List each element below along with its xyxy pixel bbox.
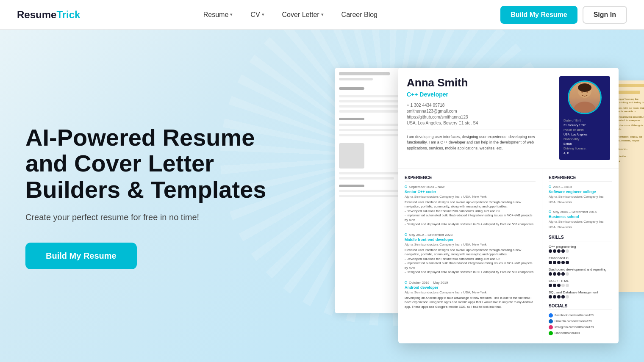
resume-edu-location: USA, New-York bbox=[549, 225, 612, 229]
resume-edu-company: Alpha Semiconductors Company Inc. bbox=[549, 195, 612, 199]
nav-item-cover-letter[interactable]: Cover Letter ▾ bbox=[275, 8, 330, 22]
resume-email: smithanna123@gmail.com bbox=[407, 109, 552, 113]
resume-exp-company: Alpha Semiconductors Company Inc. / USA,… bbox=[405, 290, 536, 294]
resume-social-item: Facebook.com/smithanna123 bbox=[549, 313, 612, 318]
social-label: Facebook.com/smithanna123 bbox=[555, 314, 594, 317]
resume-social-item: Instagram.com/smithanna123 bbox=[549, 325, 612, 329]
skill-dot-filled bbox=[553, 284, 556, 287]
nav-label-cover-letter: Cover Letter bbox=[282, 11, 319, 19]
skill-dot-filled bbox=[561, 249, 565, 253]
resume-exp-role: Middle front-end developer bbox=[405, 238, 536, 242]
resume-socials-title: Socials bbox=[549, 304, 612, 310]
skill-dot-filled bbox=[553, 295, 556, 298]
skill-dot-filled bbox=[561, 261, 565, 264]
edu-date-dot bbox=[549, 185, 551, 188]
skill-dots bbox=[549, 261, 612, 264]
chevron-down-icon: ▾ bbox=[321, 12, 324, 17]
resume-exp-role: Senior C++ coder bbox=[405, 190, 536, 194]
resume-exp-company: Alpha Semiconductors Company Inc. / USA,… bbox=[405, 243, 536, 246]
skill-dot-filled bbox=[553, 272, 556, 276]
skill-dot-filled bbox=[553, 261, 556, 264]
skill-dot-filled bbox=[557, 295, 561, 298]
resume-exp-date: May 2019 – September 2023 bbox=[405, 233, 536, 237]
skill-dot-empty bbox=[566, 249, 569, 253]
resume-experience-list: September 2023 – Now Senior C++ coder Al… bbox=[405, 185, 536, 309]
resume-nationality-value: British bbox=[564, 142, 572, 145]
resume-exp-role: Android developer bbox=[405, 285, 536, 290]
hero-build-button[interactable]: Build My Resume bbox=[25, 243, 137, 269]
exp-date-dot bbox=[405, 233, 407, 236]
skill-name: SQL and Database Management bbox=[549, 290, 612, 294]
logo-resume: Resume bbox=[17, 9, 56, 21]
nav-actions: Build My Resume Sign In bbox=[500, 6, 627, 24]
resume-phone: + 1 302 4434 09718 bbox=[407, 103, 552, 108]
skill-name: Dashboard development and reporting bbox=[549, 268, 612, 271]
skill-dot-empty bbox=[566, 272, 569, 276]
resume-body: Experience September 2023 – Now Senior C… bbox=[398, 169, 619, 343]
resume-skill-item: SQL and Database Management bbox=[549, 290, 612, 298]
exp-date-dot bbox=[405, 185, 407, 188]
skill-name: CSS + HTML bbox=[549, 279, 612, 283]
resume-skills-list: C++ programming Embedded C Dashboard dev… bbox=[549, 245, 612, 298]
nav-label-cv: CV bbox=[250, 11, 260, 19]
skill-dot-filled bbox=[557, 284, 561, 287]
resume-body-left: Experience September 2023 – Now Senior C… bbox=[398, 169, 542, 343]
resume-experience-title: Experience bbox=[405, 175, 536, 182]
social-label: Line/smithanna103 bbox=[555, 332, 580, 334]
resume-social-item: LinkedIn.com/smithanna123 bbox=[549, 319, 612, 323]
skill-dot-filled bbox=[557, 272, 561, 276]
skill-dot-filled bbox=[549, 249, 552, 253]
nav-item-resume[interactable]: Resume ▾ bbox=[197, 8, 240, 22]
skill-dot-empty bbox=[566, 284, 569, 287]
svg-point-1 bbox=[574, 102, 596, 112]
resume-card-main: Anna Smith C++ Developer + 1 302 4434 09… bbox=[398, 68, 619, 343]
hero-title: AI-Powered Resume and Cover Letter Build… bbox=[25, 124, 297, 203]
resume-nationality-label: Nationality: bbox=[564, 137, 580, 141]
nav-item-career-blog[interactable]: Career Blog bbox=[335, 8, 384, 22]
hero-content: AI-Powered Resume and Cover Letter Build… bbox=[0, 99, 322, 295]
skill-dots bbox=[549, 295, 612, 298]
logo-trick: Trick bbox=[56, 9, 80, 21]
nav-item-cv[interactable]: CV ▾ bbox=[244, 8, 271, 22]
skill-name: Embedded C bbox=[549, 256, 612, 260]
resume-pob-value: USA, Los Angeles bbox=[564, 133, 587, 136]
social-label: LinkedIn.com/smithanna123 bbox=[555, 320, 592, 323]
resume-summary: I am developing user interfaces, designi… bbox=[407, 130, 552, 152]
social-icon bbox=[549, 331, 553, 335]
resume-socials-list: Facebook.com/smithanna123 LinkedIn.com/s… bbox=[549, 313, 612, 335]
skill-dot-filled bbox=[557, 261, 561, 264]
resume-address: USA, Los Angeles, Bowery E1 ste. S4 bbox=[407, 121, 552, 125]
resume-exp-desc: Developing an Android app to take advant… bbox=[405, 296, 536, 309]
nav-build-button[interactable]: Build My Resume bbox=[500, 6, 577, 24]
resume-pob-label: Place of Birth: bbox=[564, 128, 585, 132]
resume-name: Anna Smith bbox=[407, 76, 552, 89]
nav-links: Resume ▾ CV ▾ Cover Letter ▾ Career Blog bbox=[197, 8, 384, 22]
resume-social-item: Line/smithanna103 bbox=[549, 331, 612, 335]
navbar: Resume Trick Resume ▾ CV ▾ Cover Letter … bbox=[0, 0, 644, 30]
social-label: Instagram.com/smithanna123 bbox=[555, 326, 594, 329]
resume-skill-item: Dashboard development and reporting bbox=[549, 268, 612, 276]
nav-label-career-blog: Career Blog bbox=[341, 11, 378, 19]
hero-section: AI-Powered Resume and Cover Letter Build… bbox=[0, 30, 644, 362]
social-icon bbox=[549, 313, 553, 318]
nav-signin-button[interactable]: Sign In bbox=[583, 6, 627, 24]
social-icon bbox=[549, 325, 553, 329]
svg-point-3 bbox=[581, 91, 583, 93]
skill-dot-filled bbox=[549, 272, 552, 276]
resume-photo bbox=[568, 80, 602, 114]
resume-skill-item: C++ programming bbox=[549, 245, 612, 253]
resume-edu-date: 2016 – 2018 bbox=[549, 185, 612, 189]
skill-dot-filled bbox=[561, 295, 565, 298]
logo[interactable]: Resume Trick bbox=[17, 9, 80, 21]
skill-dot-filled bbox=[553, 249, 556, 253]
chevron-down-icon: ▾ bbox=[230, 12, 233, 17]
resume-skill-item: CSS + HTML bbox=[549, 279, 612, 287]
skill-dots bbox=[549, 249, 612, 253]
resume-dob-value: 31 January 1997 bbox=[564, 124, 586, 127]
hero-subtitle: Create your perfect resume for free in n… bbox=[25, 213, 297, 222]
resume-github: https://github.com/smithanna123 bbox=[407, 115, 552, 119]
resume-edu-list: 2016 – 2018 Software engineer college Al… bbox=[549, 185, 612, 229]
resume-preview-area: Anna Smith C++ Developer + 1 302 4434 09… bbox=[347, 47, 644, 362]
skill-dot-filled bbox=[557, 249, 561, 253]
skill-dots bbox=[549, 272, 612, 276]
